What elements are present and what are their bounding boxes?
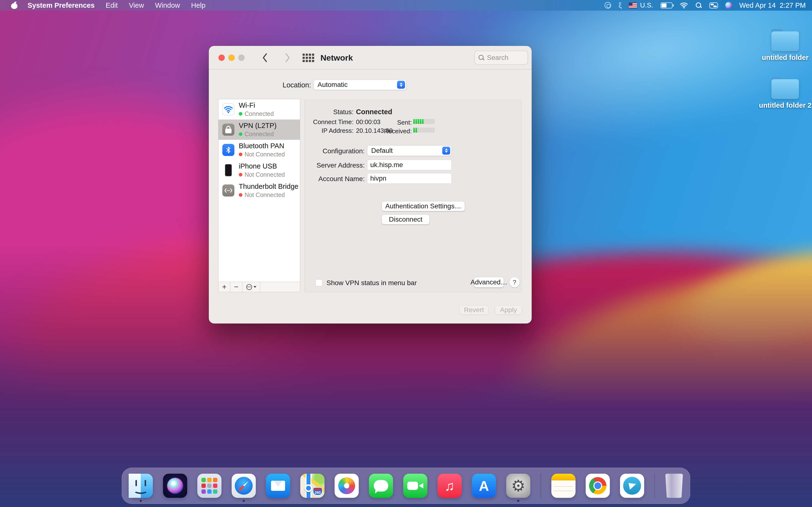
service-status: Not Connected [245,171,285,178]
status-value: Connected [356,108,392,116]
dock-messages[interactable] [369,474,393,498]
services-list: Wi-Fi Connected VPN (L2TP) [218,99,300,282]
service-vpn-l2tp[interactable]: VPN (L2TP) Connected [218,119,300,140]
dock-finder[interactable] [129,474,153,498]
status-dot [239,112,242,116]
location-label: Location: [257,81,311,89]
dock-maps[interactable]: 280 [300,474,324,498]
dock-separator [541,473,541,498]
wifi-menu-icon[interactable] [680,2,688,8]
desktop-folder-2[interactable]: untitled folder 2 [759,77,812,109]
show-vpn-status-checkbox[interactable] [315,279,323,286]
apple-menu-icon[interactable] [11,2,17,9]
zoom-button[interactable] [238,55,245,61]
dock-notes[interactable] [551,474,575,498]
running-indicator-dot [243,500,245,502]
menu-bar: System Preferences Edit View Window Help… [0,0,812,11]
service-wifi[interactable]: Wi-Fi Connected [218,99,300,119]
dock-app-store[interactable]: A [472,474,496,498]
sent-gauge [413,119,435,124]
service-status: Not Connected [245,191,285,199]
vpn-app-icon[interactable]: ξ [618,2,621,9]
advanced-button[interactable]: Advanced… [474,277,504,288]
show-all-grid-icon[interactable] [303,54,314,62]
battery-icon[interactable] [660,2,672,8]
popup-stepper-icon [397,81,405,89]
menu-help[interactable]: Help [191,1,206,9]
window-title: Network [320,53,353,62]
folder-label: untitled folder 2 [759,101,812,109]
status-dot [239,193,242,197]
dock-system-preferences[interactable]: ⚙ [506,474,530,498]
sent-label: Sent: [363,119,412,126]
disconnect-button[interactable]: Disconnect [382,214,430,225]
dock-mail[interactable] [266,474,290,498]
service-name: Bluetooth PAN [239,142,285,150]
dock: 280 ♫ A ⚙ [122,468,691,504]
toolbar-spacer [260,282,300,292]
account-name-field[interactable] [367,173,452,184]
status-dot [239,132,242,136]
vpn-rings-icon[interactable] [604,2,611,9]
forward-button[interactable] [284,53,291,63]
music-note-icon: ♫ [445,478,455,494]
configuration-label: Configuration: [305,147,365,155]
close-button[interactable] [218,55,225,61]
maps-route-badge: 280 [313,487,323,495]
back-button[interactable] [261,53,268,63]
menu-view[interactable]: View [129,1,144,9]
location-popup[interactable]: Automatic [313,79,406,90]
siri-icon[interactable] [725,2,732,9]
dock-photos[interactable] [335,474,359,498]
chevron-down-icon [254,286,256,288]
remove-service-button[interactable]: − [230,282,242,292]
appstore-a-icon: A [479,478,489,494]
revert-button[interactable]: Revert [459,305,489,315]
service-thunderbolt-bridge[interactable]: Thunderbolt Bridge Not Connected [218,180,300,201]
add-service-button[interactable]: + [218,282,230,292]
dock-facetime[interactable] [403,474,427,498]
service-name: iPhone USB [239,162,285,170]
dock-music[interactable]: ♫ [438,474,462,498]
help-button[interactable]: ? [509,277,520,288]
bluetooth-icon [222,144,235,156]
service-name: VPN (L2TP) [239,122,276,130]
dock-safari[interactable] [232,474,256,498]
dock-launchpad[interactable] [197,474,221,498]
configuration-popup[interactable]: Default [367,145,452,156]
running-indicator-dot [517,500,519,502]
search-placeholder: Search [487,54,508,62]
folder-label: untitled folder [759,54,812,62]
thunderbolt-bridge-icon [222,184,235,196]
dock-siri[interactable] [163,474,187,498]
service-name: Thunderbolt Bridge [239,182,298,190]
authentication-settings-button[interactable]: Authentication Settings… [382,201,465,211]
input-source-label: U.S. [640,1,653,9]
dock-telegram[interactable] [620,474,644,498]
service-bluetooth-pan[interactable]: Bluetooth PAN Not Connected [218,140,300,160]
received-label: Received: [363,127,412,135]
menu-app-name[interactable]: System Preferences [28,1,95,9]
connect-time-label: Connect Time: [305,118,354,126]
minimize-button[interactable] [229,55,235,61]
search-icon [478,55,485,61]
control-center-icon[interactable] [709,2,718,8]
desktop-folder-1[interactable]: untitled folder [759,29,812,62]
menu-clock[interactable]: Wed Apr 14 2:27 PM [739,1,806,9]
dock-trash[interactable] [665,474,683,498]
server-address-field[interactable] [367,160,452,170]
input-source-menu[interactable]: U.S. [629,1,653,9]
location-value: Automatic [317,81,348,89]
service-action-menu-button[interactable]: ••• [242,282,260,292]
search-field[interactable]: Search [474,51,528,65]
menu-edit[interactable]: Edit [106,1,118,9]
spotlight-icon[interactable] [695,2,702,9]
dock-chrome[interactable] [586,474,610,498]
popup-stepper-icon [442,147,450,155]
apply-button[interactable]: Apply [495,305,522,315]
service-iphone-usb[interactable]: iPhone USB Not Connected [218,160,300,180]
us-flag-icon [629,3,637,8]
menu-window[interactable]: Window [155,1,180,9]
title-bar[interactable]: Network Search [209,46,532,69]
wifi-icon [222,103,235,115]
